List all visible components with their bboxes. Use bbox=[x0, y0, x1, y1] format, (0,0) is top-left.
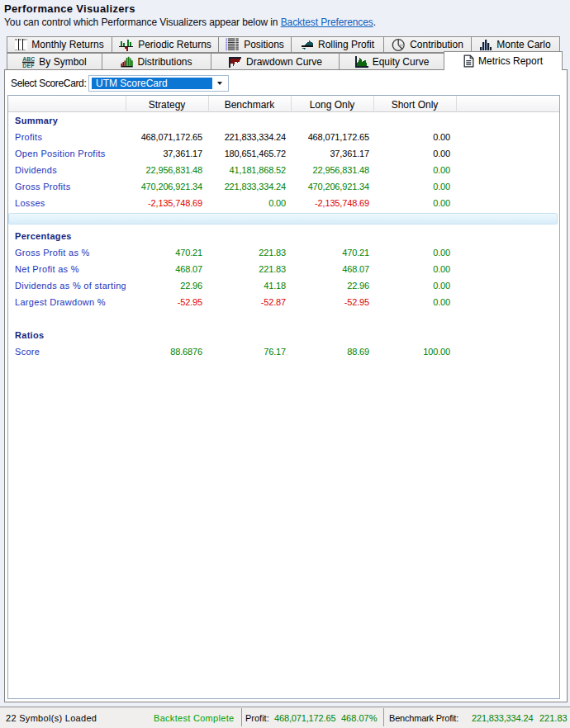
svg-text:ABC: ABC bbox=[23, 56, 36, 62]
svg-text:DEF: DEF bbox=[23, 62, 36, 67]
